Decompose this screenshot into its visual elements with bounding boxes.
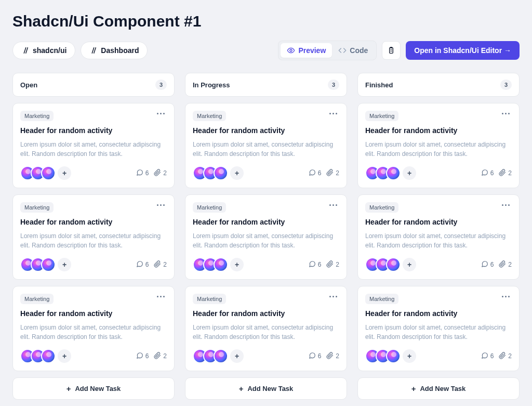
comments-stat: 6 [481, 352, 494, 361]
add-task-button[interactable]: +Add New Task [357, 377, 520, 400]
card-top: Marketing [193, 294, 339, 304]
card-menu-button[interactable] [500, 202, 512, 208]
card-stats: 62 [136, 260, 167, 269]
comments-stat: 6 [136, 352, 149, 361]
breadcrumb-label: Dashboard [101, 46, 139, 55]
card-bottom: +62 [20, 349, 167, 363]
task-card[interactable]: MarketingHeader for random activityLorem… [12, 103, 175, 188]
card-menu-button[interactable] [327, 111, 339, 116]
kanban-column: Open3MarketingHeader for random activity… [12, 73, 175, 400]
card-top: Marketing [365, 294, 512, 304]
add-avatar-button[interactable]: + [230, 349, 244, 363]
avatar[interactable] [214, 166, 228, 180]
task-card[interactable]: MarketingHeader for random activityLorem… [12, 194, 175, 280]
column-title: In Progress [193, 81, 230, 89]
avatar-group: + [20, 349, 71, 363]
breadcrumb-shadcn-ui[interactable]: shadcn/ui [12, 42, 75, 59]
card-stats: 62 [481, 260, 512, 269]
comments-count: 6 [490, 169, 494, 177]
avatar[interactable] [386, 349, 401, 363]
avatar[interactable] [386, 166, 401, 180]
comments-count: 6 [318, 261, 322, 268]
comments-count: 6 [145, 352, 149, 360]
card-menu-button[interactable] [327, 202, 339, 208]
plus-icon: + [411, 384, 416, 393]
task-card[interactable]: MarketingHeader for random activityLorem… [357, 286, 520, 371]
comments-stat: 6 [309, 352, 322, 361]
card-menu-button[interactable] [500, 111, 512, 116]
card-menu-button[interactable] [155, 111, 167, 116]
task-card[interactable]: MarketingHeader for random activityLorem… [185, 103, 347, 188]
column-count-badge: 3 [328, 80, 339, 90]
comment-icon [309, 169, 316, 178]
add-avatar-button[interactable]: + [403, 258, 416, 271]
tab-label: Preview [298, 46, 326, 55]
attachments-stat: 2 [499, 352, 512, 361]
attachments-stat: 2 [326, 352, 339, 361]
avatar[interactable] [41, 257, 56, 272]
add-task-button[interactable]: +Add New Task [12, 377, 175, 400]
eye-icon [287, 46, 295, 55]
avatar[interactable] [41, 166, 56, 180]
card-description: Lorem ipsum dolor sit amet, consectetur … [193, 140, 339, 159]
card-title: Header for random activity [365, 309, 512, 318]
card-menu-button[interactable] [500, 294, 512, 299]
open-editor-button[interactable]: Open in Shadcn/Ui Editor → [406, 41, 520, 60]
avatar[interactable] [214, 349, 228, 363]
task-card[interactable]: MarketingHeader for random activityLorem… [12, 286, 175, 371]
copy-button[interactable] [382, 41, 401, 60]
card-stats: 62 [136, 169, 167, 178]
add-avatar-button[interactable]: + [403, 349, 416, 363]
attachment-icon [154, 169, 161, 178]
card-menu-button[interactable] [155, 294, 167, 299]
attachments-count: 2 [163, 261, 167, 268]
avatar[interactable] [386, 257, 401, 272]
add-avatar-button[interactable]: + [403, 166, 416, 180]
card-title: Header for random activity [193, 218, 339, 226]
column-title: Finished [365, 81, 393, 89]
card-bottom: +62 [20, 166, 167, 180]
comments-count: 6 [145, 261, 149, 268]
attachments-count: 2 [163, 352, 167, 360]
avatar-group: + [20, 166, 71, 180]
card-stats: 62 [481, 352, 512, 361]
avatar[interactable] [41, 349, 56, 363]
task-card[interactable]: MarketingHeader for random activityLorem… [185, 194, 347, 280]
add-avatar-button[interactable]: + [58, 349, 71, 363]
add-avatar-button[interactable]: + [58, 166, 71, 180]
card-tag: Marketing [365, 294, 398, 304]
attachment-icon [154, 260, 161, 269]
card-bottom: +62 [365, 349, 512, 363]
tab-code[interactable]: Code [332, 43, 374, 58]
card-title: Header for random activity [20, 309, 167, 318]
column-title: Open [20, 81, 37, 89]
add-avatar-button[interactable]: + [58, 258, 71, 271]
attachment-icon [499, 169, 506, 178]
avatar-group: + [365, 166, 416, 180]
card-menu-button[interactable] [155, 202, 167, 208]
tab-preview[interactable]: Preview [281, 43, 332, 58]
comments-stat: 6 [309, 169, 322, 178]
attachments-stat: 2 [326, 169, 339, 178]
task-card[interactable]: MarketingHeader for random activityLorem… [357, 103, 520, 188]
attachments-count: 2 [336, 169, 339, 177]
svg-rect-2 [390, 47, 392, 48]
card-menu-button[interactable] [327, 294, 339, 299]
add-avatar-button[interactable]: + [230, 166, 244, 180]
card-tag: Marketing [193, 111, 226, 121]
card-top: Marketing [20, 111, 167, 121]
task-card[interactable]: MarketingHeader for random activityLorem… [357, 194, 520, 280]
add-task-button[interactable]: +Add New Task [185, 377, 347, 400]
card-top: Marketing [193, 111, 339, 121]
kanban-column: In Progress3MarketingHeader for random a… [185, 73, 347, 400]
comments-count: 6 [318, 352, 322, 360]
task-card[interactable]: MarketingHeader for random activityLorem… [185, 286, 347, 371]
avatar[interactable] [214, 257, 228, 272]
card-description: Lorem ipsum dolor sit amet, consectetur … [193, 323, 339, 342]
add-avatar-button[interactable]: + [230, 258, 244, 271]
column-header: In Progress3 [185, 73, 347, 97]
column-header: Open3 [12, 73, 175, 97]
breadcrumb-dashboard[interactable]: Dashboard [81, 42, 148, 59]
card-stats: 62 [309, 352, 339, 361]
avatar-group: + [193, 349, 244, 363]
